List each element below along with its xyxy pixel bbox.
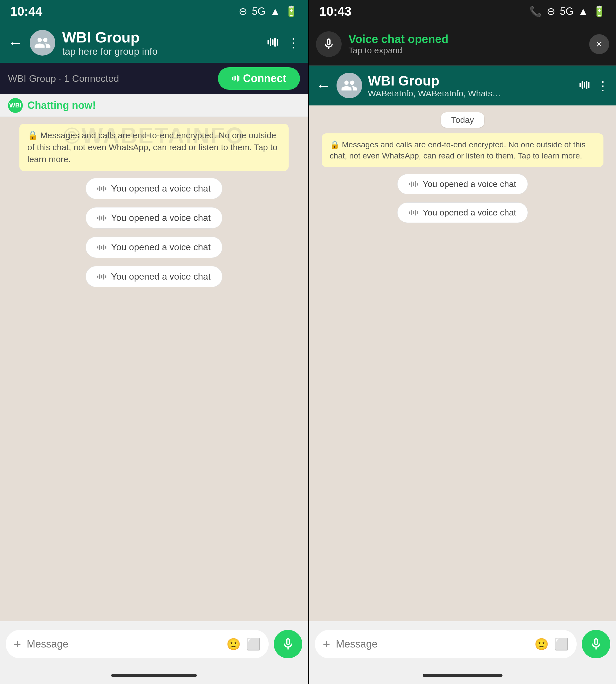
attach-icon[interactable]: + <box>14 637 21 651</box>
camera-icon[interactable]: ⬜ <box>246 638 261 651</box>
right-group-info[interactable]: WBI Group WABetaInfo, WABetaInfo, Whats… <box>368 73 573 98</box>
right-group-avatar <box>336 73 362 98</box>
connect-button[interactable]: Connect <box>218 67 300 90</box>
voice-mic-circle <box>316 31 342 57</box>
right-status-bar: 10:43 📞 ⊖ 5G ▲ 🔋 <box>309 0 616 23</box>
left-chat-header: ← WBI Group tap here for group info ⋮ <box>0 23 308 63</box>
right-group-name: WBI Group <box>368 73 573 89</box>
wbi-badge: WBI <box>8 98 23 113</box>
right-group-subtitle: WABetaInfo, WABetaInfo, Whats… <box>368 89 573 98</box>
right-camera-icon[interactable]: ⬜ <box>554 638 569 651</box>
home-bar <box>111 674 197 677</box>
right-battery-icon: 🔋 <box>593 5 606 17</box>
voice-chat-msg-3[interactable]: You opened a voice chat <box>86 236 222 258</box>
right-mic-icon <box>589 637 603 651</box>
voice-msg-text-3: You opened a voice chat <box>111 242 211 252</box>
voice-chat-msg-2[interactable]: You opened a voice chat <box>86 207 222 229</box>
svg-rect-14 <box>588 82 590 88</box>
right-back-button[interactable]: ← <box>316 77 331 94</box>
svg-rect-1 <box>270 38 271 46</box>
right-voice-chat-msg-1[interactable]: You opened a voice chat <box>397 174 528 195</box>
voice-msg-text-4: You opened a voice chat <box>111 271 211 282</box>
svg-rect-5 <box>232 77 233 80</box>
left-time: 10:44 <box>10 4 43 19</box>
svg-rect-6 <box>234 75 235 81</box>
close-icon: × <box>596 38 602 50</box>
mic-icon <box>281 637 295 651</box>
group-avatar <box>30 30 55 55</box>
network-icon: ▲ <box>270 5 280 17</box>
left-mic-button[interactable] <box>274 630 302 658</box>
right-status-icons: 📞 ⊖ 5G ▲ 🔋 <box>529 5 606 17</box>
right-more-options-icon[interactable]: ⋮ <box>597 78 609 93</box>
right-encryption-notice[interactable]: 🔒 Messages and calls are end-to-end encr… <box>322 133 603 167</box>
voice-notif-subtitle: Tap to expand <box>349 46 582 55</box>
left-message-input[interactable] <box>27 638 221 650</box>
svg-rect-4 <box>277 39 278 46</box>
left-status-icons: ⊖ 5G ▲ 🔋 <box>239 5 298 17</box>
right-voice-wave-icon[interactable] <box>579 78 590 93</box>
more-options-icon[interactable]: ⋮ <box>287 35 300 50</box>
wave-bars-icon-1 <box>97 185 106 192</box>
svg-rect-7 <box>235 76 237 81</box>
emoji-icon[interactable]: 🙂 <box>226 638 241 651</box>
voice-chat-msg-4[interactable]: You opened a voice chat <box>86 266 222 287</box>
right-message-input-container: + 🙂 ⬜ <box>315 630 577 658</box>
voice-notif-text-block: Voice chat opened Tap to expand <box>349 33 582 55</box>
left-panel: 10:44 ⊖ 5G ▲ 🔋 ← WBI Group tap here for … <box>0 0 308 684</box>
voice-msg-text-1: You opened a voice chat <box>111 183 211 194</box>
close-notification-button[interactable]: × <box>589 34 609 54</box>
right-panel: 10:43 📞 ⊖ 5G ▲ 🔋 Voice chat opened Tap t… <box>309 0 616 684</box>
wbi-badge-text: WBI <box>9 102 22 109</box>
left-status-bar: 10:44 ⊖ 5G ▲ 🔋 <box>0 0 308 23</box>
voice-banner: WBI Group · 1 Connected Connect <box>0 63 308 94</box>
wave-bars-icon-3 <box>97 244 106 251</box>
right-time: 10:43 <box>320 4 352 19</box>
right-emoji-icon[interactable]: 🙂 <box>534 638 549 651</box>
right-voice-msg-text-2: You opened a voice chat <box>423 208 516 218</box>
chatting-now-text: Chatting now! <box>27 99 300 111</box>
right-voice-msg-text-1: You opened a voice chat <box>423 179 516 189</box>
right-message-input[interactable] <box>336 638 529 650</box>
right-phone-icon: 📞 <box>529 5 542 17</box>
right-mic-button[interactable] <box>582 630 610 658</box>
voice-chat-msg-1[interactable]: You opened a voice chat <box>86 178 222 199</box>
right-wave-bars-icon-1 <box>409 181 418 187</box>
encryption-notice[interactable]: 🔒 Messages and calls are end-to-end encr… <box>19 124 289 171</box>
group-subtitle: tap here for group info <box>62 46 260 57</box>
right-attach-icon[interactable]: + <box>323 637 330 651</box>
back-button[interactable]: ← <box>8 34 23 51</box>
signal-icon: 5G <box>252 5 265 17</box>
svg-rect-8 <box>237 75 238 82</box>
chatting-bar: WBI Chatting now! <box>0 94 308 117</box>
svg-rect-9 <box>238 76 240 81</box>
right-signal-icon: 5G <box>560 5 573 17</box>
svg-rect-3 <box>274 38 276 47</box>
right-header-action-icons: ⋮ <box>579 78 609 93</box>
wave-bars-icon-4 <box>97 273 106 280</box>
voice-notif-title: Voice chat opened <box>349 33 582 46</box>
svg-rect-10 <box>579 83 581 87</box>
voice-wave-icon[interactable] <box>267 35 278 50</box>
voice-notification-bar[interactable]: Voice chat opened Tap to expand × <box>309 23 616 66</box>
connected-text: WBI Group · 1 Connected <box>8 73 212 84</box>
voice-mic-icon <box>322 37 336 51</box>
wave-bars-icon-2 <box>97 214 106 222</box>
group-info[interactable]: WBI Group tap here for group info <box>62 29 260 57</box>
right-avatar-icon <box>341 77 358 94</box>
today-badge: Today <box>441 112 484 128</box>
right-input-bar: + 🙂 ⬜ <box>309 621 616 667</box>
right-voice-chat-msg-2[interactable]: You opened a voice chat <box>397 202 528 223</box>
right-home-bar <box>423 674 503 677</box>
group-name: WBI Group <box>62 29 260 46</box>
do-not-disturb-icon: ⊖ <box>239 5 247 17</box>
svg-rect-12 <box>584 82 585 88</box>
header-action-icons: ⋮ <box>267 35 300 50</box>
right-home-indicator <box>309 667 616 684</box>
svg-rect-13 <box>586 81 588 89</box>
voice-msg-text-2: You opened a voice chat <box>111 213 211 223</box>
right-chat-area: Today 🔒 Messages and calls are end-to-en… <box>309 106 616 621</box>
connect-label: Connect <box>243 72 286 85</box>
left-message-input-container: + 🙂 ⬜ <box>6 630 269 658</box>
right-network-icon: ▲ <box>578 5 588 17</box>
